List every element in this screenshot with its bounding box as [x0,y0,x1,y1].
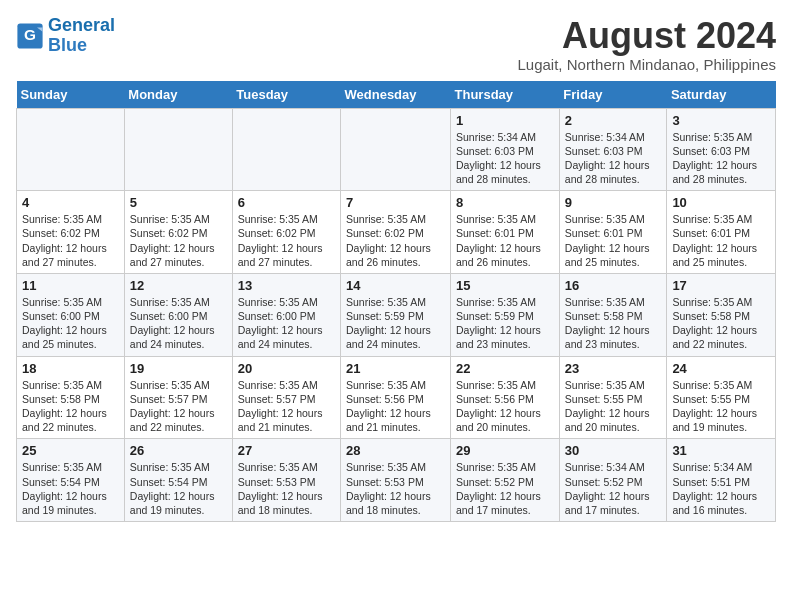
calendar-cell: 10Sunrise: 5:35 AM Sunset: 6:01 PM Dayli… [667,191,776,274]
day-number: 1 [456,113,554,128]
calendar-cell: 24Sunrise: 5:35 AM Sunset: 5:55 PM Dayli… [667,356,776,439]
calendar-cell: 8Sunrise: 5:35 AM Sunset: 6:01 PM Daylig… [451,191,560,274]
day-info: Sunrise: 5:34 AM Sunset: 5:52 PM Dayligh… [565,460,662,517]
day-info: Sunrise: 5:35 AM Sunset: 6:02 PM Dayligh… [346,212,445,269]
day-number: 30 [565,443,662,458]
calendar-cell: 28Sunrise: 5:35 AM Sunset: 5:53 PM Dayli… [341,439,451,522]
day-number: 22 [456,361,554,376]
day-number: 5 [130,195,227,210]
calendar-cell: 6Sunrise: 5:35 AM Sunset: 6:02 PM Daylig… [232,191,340,274]
calendar-cell: 16Sunrise: 5:35 AM Sunset: 5:58 PM Dayli… [559,273,667,356]
day-number: 3 [672,113,770,128]
calendar-cell: 30Sunrise: 5:34 AM Sunset: 5:52 PM Dayli… [559,439,667,522]
calendar-cell: 18Sunrise: 5:35 AM Sunset: 5:58 PM Dayli… [17,356,125,439]
calendar-cell: 31Sunrise: 5:34 AM Sunset: 5:51 PM Dayli… [667,439,776,522]
calendar-cell: 20Sunrise: 5:35 AM Sunset: 5:57 PM Dayli… [232,356,340,439]
logo-icon: G [16,22,44,50]
weekday-header-monday: Monday [124,81,232,109]
location: Lugait, Northern Mindanao, Philippines [518,56,777,73]
day-number: 14 [346,278,445,293]
day-number: 28 [346,443,445,458]
day-info: Sunrise: 5:35 AM Sunset: 5:55 PM Dayligh… [672,378,770,435]
day-number: 15 [456,278,554,293]
weekday-header-friday: Friday [559,81,667,109]
calendar-cell: 12Sunrise: 5:35 AM Sunset: 6:00 PM Dayli… [124,273,232,356]
day-number: 11 [22,278,119,293]
day-number: 21 [346,361,445,376]
day-info: Sunrise: 5:35 AM Sunset: 5:57 PM Dayligh… [238,378,335,435]
day-info: Sunrise: 5:34 AM Sunset: 6:03 PM Dayligh… [565,130,662,187]
calendar-cell: 22Sunrise: 5:35 AM Sunset: 5:56 PM Dayli… [451,356,560,439]
calendar-cell: 2Sunrise: 5:34 AM Sunset: 6:03 PM Daylig… [559,108,667,191]
page-header: G General Blue August 2024 Lugait, North… [16,16,776,73]
day-number: 24 [672,361,770,376]
day-info: Sunrise: 5:35 AM Sunset: 5:56 PM Dayligh… [456,378,554,435]
weekday-header-wednesday: Wednesday [341,81,451,109]
calendar-cell [232,108,340,191]
day-number: 17 [672,278,770,293]
calendar-cell: 15Sunrise: 5:35 AM Sunset: 5:59 PM Dayli… [451,273,560,356]
day-info: Sunrise: 5:35 AM Sunset: 5:52 PM Dayligh… [456,460,554,517]
calendar-cell: 5Sunrise: 5:35 AM Sunset: 6:02 PM Daylig… [124,191,232,274]
calendar-week-4: 18Sunrise: 5:35 AM Sunset: 5:58 PM Dayli… [17,356,776,439]
calendar-week-3: 11Sunrise: 5:35 AM Sunset: 6:00 PM Dayli… [17,273,776,356]
weekday-header-tuesday: Tuesday [232,81,340,109]
day-number: 25 [22,443,119,458]
day-number: 29 [456,443,554,458]
day-number: 9 [565,195,662,210]
day-info: Sunrise: 5:35 AM Sunset: 5:58 PM Dayligh… [672,295,770,352]
title-block: August 2024 Lugait, Northern Mindanao, P… [518,16,777,73]
weekday-header-saturday: Saturday [667,81,776,109]
day-info: Sunrise: 5:35 AM Sunset: 5:53 PM Dayligh… [238,460,335,517]
day-info: Sunrise: 5:35 AM Sunset: 5:54 PM Dayligh… [130,460,227,517]
weekday-header-thursday: Thursday [451,81,560,109]
calendar-cell [341,108,451,191]
day-number: 13 [238,278,335,293]
day-info: Sunrise: 5:35 AM Sunset: 6:03 PM Dayligh… [672,130,770,187]
day-info: Sunrise: 5:35 AM Sunset: 5:58 PM Dayligh… [565,295,662,352]
day-info: Sunrise: 5:35 AM Sunset: 6:00 PM Dayligh… [130,295,227,352]
day-info: Sunrise: 5:35 AM Sunset: 5:57 PM Dayligh… [130,378,227,435]
day-number: 18 [22,361,119,376]
day-info: Sunrise: 5:35 AM Sunset: 5:59 PM Dayligh… [456,295,554,352]
calendar-table: SundayMondayTuesdayWednesdayThursdayFrid… [16,81,776,522]
day-number: 19 [130,361,227,376]
day-info: Sunrise: 5:35 AM Sunset: 5:58 PM Dayligh… [22,378,119,435]
calendar-week-1: 1Sunrise: 5:34 AM Sunset: 6:03 PM Daylig… [17,108,776,191]
day-number: 31 [672,443,770,458]
day-number: 8 [456,195,554,210]
calendar-cell [17,108,125,191]
day-info: Sunrise: 5:35 AM Sunset: 6:02 PM Dayligh… [238,212,335,269]
calendar-cell: 7Sunrise: 5:35 AM Sunset: 6:02 PM Daylig… [341,191,451,274]
day-info: Sunrise: 5:35 AM Sunset: 6:00 PM Dayligh… [238,295,335,352]
calendar-cell: 19Sunrise: 5:35 AM Sunset: 5:57 PM Dayli… [124,356,232,439]
calendar-cell: 14Sunrise: 5:35 AM Sunset: 5:59 PM Dayli… [341,273,451,356]
calendar-cell: 13Sunrise: 5:35 AM Sunset: 6:00 PM Dayli… [232,273,340,356]
day-number: 16 [565,278,662,293]
weekday-header-row: SundayMondayTuesdayWednesdayThursdayFrid… [17,81,776,109]
day-info: Sunrise: 5:34 AM Sunset: 6:03 PM Dayligh… [456,130,554,187]
calendar-cell: 3Sunrise: 5:35 AM Sunset: 6:03 PM Daylig… [667,108,776,191]
day-info: Sunrise: 5:35 AM Sunset: 5:54 PM Dayligh… [22,460,119,517]
day-info: Sunrise: 5:35 AM Sunset: 5:56 PM Dayligh… [346,378,445,435]
day-number: 20 [238,361,335,376]
calendar-cell: 9Sunrise: 5:35 AM Sunset: 6:01 PM Daylig… [559,191,667,274]
calendar-cell: 27Sunrise: 5:35 AM Sunset: 5:53 PM Dayli… [232,439,340,522]
logo-text: General Blue [48,16,115,56]
day-info: Sunrise: 5:35 AM Sunset: 6:02 PM Dayligh… [130,212,227,269]
day-info: Sunrise: 5:35 AM Sunset: 6:00 PM Dayligh… [22,295,119,352]
calendar-cell [124,108,232,191]
day-number: 12 [130,278,227,293]
calendar-cell: 21Sunrise: 5:35 AM Sunset: 5:56 PM Dayli… [341,356,451,439]
day-info: Sunrise: 5:35 AM Sunset: 6:01 PM Dayligh… [565,212,662,269]
day-number: 6 [238,195,335,210]
calendar-week-5: 25Sunrise: 5:35 AM Sunset: 5:54 PM Dayli… [17,439,776,522]
day-number: 4 [22,195,119,210]
logo: G General Blue [16,16,115,56]
calendar-cell: 17Sunrise: 5:35 AM Sunset: 5:58 PM Dayli… [667,273,776,356]
calendar-cell: 11Sunrise: 5:35 AM Sunset: 6:00 PM Dayli… [17,273,125,356]
weekday-header-sunday: Sunday [17,81,125,109]
day-info: Sunrise: 5:35 AM Sunset: 5:59 PM Dayligh… [346,295,445,352]
day-number: 10 [672,195,770,210]
day-info: Sunrise: 5:35 AM Sunset: 6:02 PM Dayligh… [22,212,119,269]
